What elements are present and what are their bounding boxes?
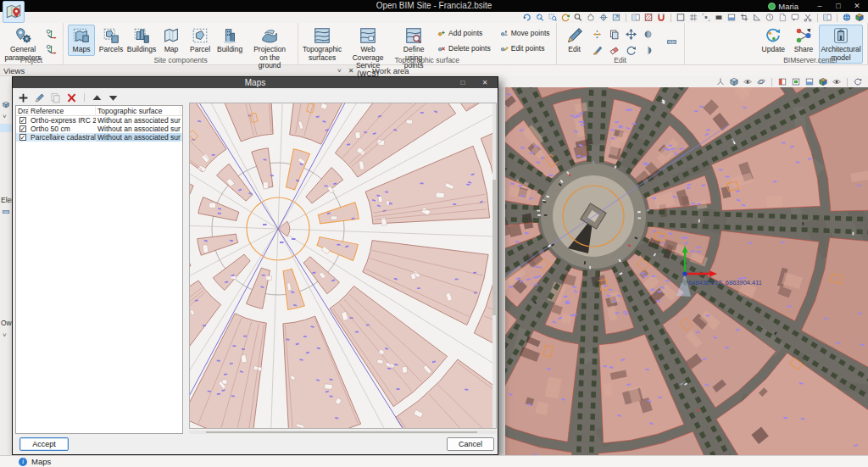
window-green-icon[interactable]: [791, 77, 801, 86]
ribbon-button-share[interactable]: Share: [790, 25, 817, 56]
delete-button[interactable]: [66, 92, 77, 103]
table-row[interactable]: ✓Ortho 50 cmWithout an associated surfac…: [16, 125, 182, 133]
ribbon-tool-axes-plus[interactable]: [43, 27, 58, 41]
rectangle-icon[interactable]: [676, 13, 686, 22]
dialog-close-button[interactable]: ✕: [474, 77, 496, 88]
ribbon-button-add-points[interactable]: Add points: [435, 27, 492, 39]
hatch-pattern-icon[interactable]: [643, 13, 654, 22]
ribbon-tool-ruler[interactable]: [665, 35, 680, 48]
eye-visibility-icon[interactable]: [832, 77, 842, 86]
ribbon-tool-mirror-move[interactable]: [641, 43, 656, 57]
move-down-button[interactable]: [108, 92, 119, 103]
map-preview-panel[interactable]: [189, 103, 497, 429]
aerial-viewport[interactable]: 648436.912, 6863904.411: [505, 87, 868, 455]
cancel-button[interactable]: Cancel: [447, 437, 494, 451]
add-button[interactable]: [18, 92, 29, 103]
web-globe-icon[interactable]: [842, 13, 852, 22]
ribbon-tool-rotate[interactable]: [624, 43, 639, 57]
ribbon-button-buildings[interactable]: Buildings: [127, 25, 156, 56]
ribbon-tool-eraser[interactable]: [607, 43, 622, 57]
ribbon-button-building[interactable]: Building: [215, 25, 244, 56]
table-row[interactable]: ✓Parcellaire cadastralWithout an associa…: [16, 133, 182, 142]
preview-vertical-scrollbar[interactable]: [492, 103, 496, 428]
dialog-maximize-button[interactable]: □: [452, 77, 474, 88]
ribbon-button-projection-on-the-ground[interactable]: Projection on the ground: [246, 25, 293, 72]
ribbon-button-delete-points[interactable]: Delete points: [435, 42, 492, 54]
zoom-window-icon[interactable]: [548, 13, 558, 22]
sync-model-icon[interactable]: [853, 77, 863, 86]
zoom-previous-icon[interactable]: [522, 13, 532, 22]
redraw-icon[interactable]: [560, 13, 570, 22]
crop-boundary-icon[interactable]: [739, 13, 749, 22]
clipboard-icon[interactable]: [777, 13, 787, 22]
cube-color-icon[interactable]: [818, 77, 828, 86]
edit-button[interactable]: [34, 92, 45, 103]
own-panel-chevron-icon[interactable]: ˅: [3, 331, 7, 339]
color-globe-icon[interactable]: [854, 13, 865, 22]
grid-icon[interactable]: [688, 13, 698, 22]
maximize-button[interactable]: □: [829, 0, 848, 12]
cut-tool-icon[interactable]: [803, 13, 813, 22]
ribbon-button-edit-points[interactable]: Edit points: [498, 42, 552, 54]
column-header-reference[interactable]: Reference: [29, 106, 96, 116]
dimensions-window-icon[interactable]: [726, 13, 737, 22]
center-figure-icon[interactable]: [598, 13, 609, 22]
orbit-icon[interactable]: [756, 77, 766, 86]
ribbon-button-move-points[interactable]: Move points: [498, 27, 552, 39]
object-snap-magnet-icon[interactable]: [656, 13, 666, 22]
ribbon-tool-copy[interactable]: [607, 27, 622, 41]
zoom-scale-icon[interactable]: [573, 13, 583, 22]
reference-cell[interactable]: Ortho-express IRC 2024: [29, 116, 96, 125]
ribbon-tool-mirror-copy[interactable]: [641, 27, 656, 41]
copy-button[interactable]: [50, 92, 61, 103]
column-header-dra[interactable]: Dra: [16, 106, 29, 116]
ribbon-tool-arrows-move[interactable]: [624, 27, 639, 41]
window-red-icon[interactable]: [777, 77, 787, 86]
dialog-titlebar[interactable]: Maps □ ✕: [13, 77, 498, 88]
minimize-button[interactable]: –: [810, 0, 829, 12]
surface-dropdown-value[interactable]: Without an associated surface: [97, 133, 181, 142]
tab-work-area[interactable]: Work area: [364, 65, 868, 76]
ortho-window-icon[interactable]: [631, 13, 641, 22]
ribbon-tool-move-points[interactable]: [590, 27, 605, 41]
ribbon-button-parcel[interactable]: Parcel: [186, 25, 214, 56]
solid-fill-icon[interactable]: [714, 13, 724, 22]
draw-checkbox[interactable]: ✓: [19, 125, 26, 132]
accept-button[interactable]: Accept: [19, 437, 69, 451]
draw-checkbox[interactable]: ✓: [19, 134, 26, 141]
ribbon-button-map[interactable]: Map: [158, 25, 185, 56]
eye-select-icon[interactable]: [743, 77, 753, 86]
ribbon-button-maps[interactable]: Maps: [68, 25, 95, 56]
views-collapse-chevron-icon[interactable]: ˅: [337, 65, 342, 76]
surface-dropdown-value[interactable]: Without an associated surface: [97, 116, 181, 125]
annotation-flag-icon[interactable]: [790, 13, 800, 22]
zoom-extents-icon[interactable]: [535, 13, 545, 22]
ribbon-button-parcels[interactable]: Parcels: [97, 25, 125, 56]
user-account[interactable]: Maria: [768, 2, 798, 11]
move-up-button[interactable]: [92, 92, 103, 103]
set-square-icon[interactable]: [752, 13, 762, 22]
window-blue-icon[interactable]: [804, 77, 815, 86]
snap-point-icon[interactable]: [701, 13, 711, 22]
reference-cell[interactable]: Ortho 50 cm: [29, 125, 96, 133]
split-windows-icon[interactable]: [822, 13, 832, 22]
recent-clock-icon[interactable]: [765, 13, 775, 22]
close-button[interactable]: ✕: [848, 0, 866, 12]
selected-view-row[interactable]: [0, 124, 12, 132]
column-header-topographic-surface[interactable]: Topographic surface: [96, 106, 181, 116]
ribbon-tool-brush[interactable]: [590, 43, 605, 57]
reference-cell[interactable]: Parcellaire cadastral: [29, 133, 96, 142]
preview-horizontal-scrollbar[interactable]: [189, 431, 497, 434]
draw-checkbox[interactable]: ✓: [19, 117, 26, 124]
app-logo-button[interactable]: [3, 1, 25, 23]
ribbon-tool-axes-c[interactable]: [43, 42, 58, 56]
pan-icon[interactable]: [586, 13, 596, 22]
surface-dropdown-value[interactable]: Without an associated surface: [97, 125, 181, 133]
tree-chevron-icon[interactable]: ˅: [3, 113, 7, 120]
axis-3d-icon[interactable]: [715, 77, 726, 86]
table-row[interactable]: ✓Ortho-express IRC 2024Without an associ…: [16, 116, 182, 125]
cube-3d-icon[interactable]: [729, 77, 739, 86]
ribbon-button-define-using-points[interactable]: Define using points: [394, 25, 433, 72]
ribbon-button-update[interactable]: Update: [759, 25, 788, 56]
full-window-icon[interactable]: [611, 13, 621, 22]
